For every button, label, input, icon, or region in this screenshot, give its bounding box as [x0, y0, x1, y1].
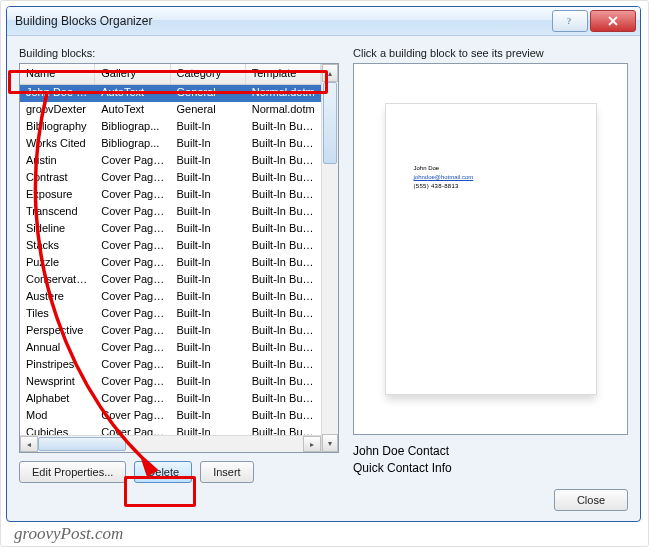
- preview-label: Click a building block to see its previe…: [353, 47, 628, 59]
- table-row[interactable]: TilesCover PagesBuilt-InBuilt-In Buil...: [20, 306, 321, 323]
- cell-category: General: [171, 85, 246, 102]
- cell-template: Built-In Buil...: [246, 221, 321, 238]
- cell-category: Built-In: [171, 204, 246, 221]
- table-row[interactable]: ModCover PagesBuilt-InBuilt-In Buil...: [20, 408, 321, 425]
- right-panel: Click a building block to see its previe…: [353, 45, 628, 509]
- cell-name: Sideline: [20, 221, 95, 238]
- list-rows[interactable]: John Doe C...AutoTextGeneralNormal.dotmg…: [20, 85, 321, 435]
- table-row[interactable]: PuzzleCover PagesBuilt-InBuilt-In Buil..…: [20, 255, 321, 272]
- table-row[interactable]: ExposureCover PagesBuilt-InBuilt-In Buil…: [20, 187, 321, 204]
- preview-page: John Doe johndoe@hotmail.com (555) 438-8…: [386, 104, 596, 394]
- col-name[interactable]: Name: [20, 64, 95, 84]
- cell-name: Contrast: [20, 170, 95, 187]
- vertical-scrollbar[interactable]: ▴ ▾: [321, 64, 338, 452]
- cell-template: Built-In Buil...: [246, 289, 321, 306]
- table-row[interactable]: John Doe C...AutoTextGeneralNormal.dotm: [20, 85, 321, 102]
- cell-template: Normal.dotm: [246, 102, 321, 119]
- hscroll-thumb[interactable]: [38, 437, 126, 451]
- table-row[interactable]: SidelineCover PagesBuilt-InBuilt-In Buil…: [20, 221, 321, 238]
- table-row[interactable]: BibliographyBibliograp...Built-InBuilt-I…: [20, 119, 321, 136]
- col-gallery[interactable]: Gallery: [95, 64, 170, 84]
- cell-name: Pinstripes: [20, 357, 95, 374]
- table-row[interactable]: Works CitedBibliograp...Built-InBuilt-In…: [20, 136, 321, 153]
- cell-gallery: Cover Pages: [95, 374, 170, 391]
- table-row[interactable]: AustinCover PagesBuilt-InBuilt-In Buil..…: [20, 153, 321, 170]
- cell-name: Newsprint: [20, 374, 95, 391]
- building-blocks-list[interactable]: Name Gallery Category Template John Doe …: [19, 63, 339, 453]
- cell-name: Tiles: [20, 306, 95, 323]
- cell-gallery: Cover Pages: [95, 204, 170, 221]
- cell-template: Built-In Buil...: [246, 323, 321, 340]
- table-row[interactable]: NewsprintCover PagesBuilt-InBuilt-In Bui…: [20, 374, 321, 391]
- cell-template: Normal.dotm: [246, 85, 321, 102]
- table-row[interactable]: AustereCover PagesBuilt-InBuilt-In Buil.…: [20, 289, 321, 306]
- cell-category: Built-In: [171, 289, 246, 306]
- cell-category: Built-In: [171, 221, 246, 238]
- cell-category: Built-In: [171, 238, 246, 255]
- delete-button[interactable]: Delete: [134, 461, 192, 483]
- cell-gallery: Cover Pages: [95, 340, 170, 357]
- col-template[interactable]: Template: [246, 64, 321, 84]
- meta-desc: Quick Contact Info: [353, 460, 628, 477]
- cell-gallery: Cover Pages: [95, 238, 170, 255]
- cell-category: Built-In: [171, 187, 246, 204]
- cell-template: Built-In Buil...: [246, 238, 321, 255]
- cell-category: Built-In: [171, 340, 246, 357]
- scroll-right-button[interactable]: ▸: [303, 436, 321, 452]
- table-row[interactable]: AlphabetCover PagesBuilt-InBuilt-In Buil…: [20, 391, 321, 408]
- cell-gallery: Cover Pages: [95, 255, 170, 272]
- cell-template: Built-In Buil...: [246, 408, 321, 425]
- edit-properties-button[interactable]: Edit Properties...: [19, 461, 126, 483]
- close-button[interactable]: Close: [554, 489, 628, 511]
- cell-category: Built-In: [171, 374, 246, 391]
- cell-category: Built-In: [171, 119, 246, 136]
- table-row[interactable]: ContrastCover PagesBuilt-InBuilt-In Buil…: [20, 170, 321, 187]
- cell-name: Alphabet: [20, 391, 95, 408]
- table-row[interactable]: CubiclesCover PagesBuilt-InBuilt-In Buil…: [20, 425, 321, 435]
- cell-gallery: Cover Pages: [95, 306, 170, 323]
- titlebar[interactable]: Building Blocks Organizer ?: [7, 7, 640, 36]
- cell-template: Built-In Buil...: [246, 425, 321, 435]
- scroll-up-button[interactable]: ▴: [322, 64, 338, 82]
- cell-category: Built-In: [171, 306, 246, 323]
- cell-category: Built-In: [171, 255, 246, 272]
- cell-name: Transcend: [20, 204, 95, 221]
- table-row[interactable]: AnnualCover PagesBuilt-InBuilt-In Buil..…: [20, 340, 321, 357]
- vscroll-thumb[interactable]: [323, 82, 337, 164]
- cell-template: Built-In Buil...: [246, 374, 321, 391]
- help-button[interactable]: ?: [552, 10, 588, 32]
- insert-button[interactable]: Insert: [200, 461, 254, 483]
- left-button-bar: Edit Properties... Delete Insert: [19, 461, 339, 483]
- cell-name: Conservative: [20, 272, 95, 289]
- table-row[interactable]: ConservativeCover PagesBuilt-InBuilt-In …: [20, 272, 321, 289]
- cell-name: Perspective: [20, 323, 95, 340]
- watermark: groovyPost.com: [14, 524, 643, 544]
- cell-template: Built-In Buil...: [246, 119, 321, 136]
- cell-gallery: Cover Pages: [95, 425, 170, 435]
- svg-text:?: ?: [567, 16, 571, 26]
- dialog-window: Building Blocks Organizer ? Building blo…: [6, 6, 641, 522]
- preview-line-name: John Doe: [414, 164, 474, 173]
- preview-line-email: johndoe@hotmail.com: [414, 173, 474, 182]
- cell-gallery: AutoText: [95, 102, 170, 119]
- table-row[interactable]: TranscendCover PagesBuilt-InBuilt-In Bui…: [20, 204, 321, 221]
- cell-category: Built-In: [171, 136, 246, 153]
- left-panel: Building blocks: Name Gallery Category T…: [19, 45, 339, 509]
- cell-gallery: Cover Pages: [95, 187, 170, 204]
- horizontal-scrollbar[interactable]: ◂ ▸: [20, 435, 321, 452]
- table-row[interactable]: PinstripesCover PagesBuilt-InBuilt-In Bu…: [20, 357, 321, 374]
- scroll-down-button[interactable]: ▾: [322, 434, 338, 452]
- preview-pane: John Doe johndoe@hotmail.com (555) 438-8…: [353, 63, 628, 435]
- col-category[interactable]: Category: [171, 64, 246, 84]
- cell-name: Bibliography: [20, 119, 95, 136]
- table-row[interactable]: groovDexterAutoTextGeneralNormal.dotm: [20, 102, 321, 119]
- cell-name: Works Cited: [20, 136, 95, 153]
- cell-template: Built-In Buil...: [246, 357, 321, 374]
- column-headers[interactable]: Name Gallery Category Template: [20, 64, 321, 85]
- dialog-client: Building blocks: Name Gallery Category T…: [7, 35, 640, 521]
- window-title: Building Blocks Organizer: [7, 14, 551, 28]
- table-row[interactable]: PerspectiveCover PagesBuilt-InBuilt-In B…: [20, 323, 321, 340]
- scroll-left-button[interactable]: ◂: [20, 436, 38, 452]
- window-close-button[interactable]: [590, 10, 636, 32]
- table-row[interactable]: StacksCover PagesBuilt-InBuilt-In Buil..…: [20, 238, 321, 255]
